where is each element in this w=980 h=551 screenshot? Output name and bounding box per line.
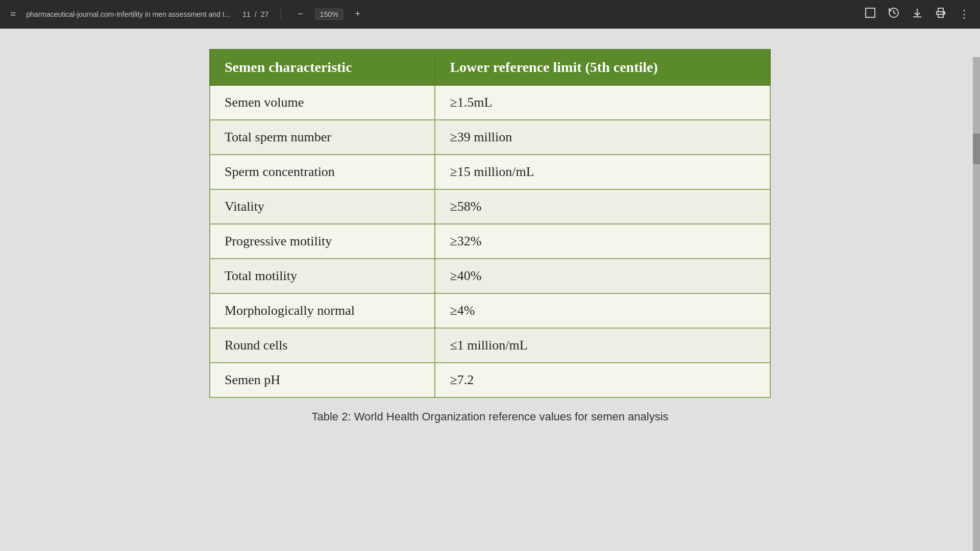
characteristic-cell: Sperm concentration	[210, 155, 435, 189]
toolbar: ≡ pharmaceutical-journal.com-Infertility…	[0, 0, 980, 29]
table-row: Progressive motility≥32%	[210, 224, 770, 259]
limit-cell: ≥32%	[435, 224, 770, 259]
scrollbar-thumb[interactable]	[973, 134, 980, 164]
column-header-characteristic: Semen characteristic	[210, 49, 435, 85]
limit-cell: ≥7.2	[435, 363, 770, 397]
characteristic-cell: Vitality	[210, 189, 435, 224]
table-row: Vitality≥58%	[210, 189, 770, 224]
limit-cell: ≥58%	[435, 189, 770, 224]
table-row: Sperm concentration≥15 million/mL	[210, 155, 770, 189]
svg-rect-3	[938, 14, 943, 17]
table-row: Total motility≥40%	[210, 259, 770, 293]
page-scrollbar[interactable]	[973, 57, 980, 551]
zoom-increase-button[interactable]: +	[351, 7, 365, 21]
characteristic-cell: Round cells	[210, 328, 435, 363]
content-area: Semen characteristic Lower reference lim…	[0, 29, 980, 551]
limit-cell: ≥40%	[435, 259, 770, 293]
page-current[interactable]: 11	[242, 10, 251, 18]
table-row: Morphologically normal≥4%	[210, 293, 770, 328]
table-wrapper: Semen characteristic Lower reference lim…	[209, 49, 771, 423]
page-total: 27	[261, 10, 269, 18]
table-row: Round cells≤1 million/mL	[210, 328, 770, 363]
limit-cell: ≥39 million	[435, 120, 770, 155]
history-button[interactable]	[886, 5, 901, 23]
characteristic-cell: Total motility	[210, 259, 435, 293]
column-header-limit: Lower reference limit (5th centile)	[435, 49, 770, 85]
more-options-button[interactable]: ⋮	[957, 6, 972, 23]
zoom-level[interactable]: 150%	[315, 9, 343, 20]
limit-cell: ≥4%	[435, 293, 770, 328]
toolbar-actions: ⋮	[863, 5, 972, 23]
zoom-decrease-button[interactable]: −	[293, 7, 307, 21]
page-navigation: 11 / 27	[242, 10, 268, 18]
limit-cell: ≥1.5mL	[435, 85, 770, 120]
page-separator: /	[255, 10, 257, 18]
characteristic-cell: Morphologically normal	[210, 293, 435, 328]
semen-analysis-table: Semen characteristic Lower reference lim…	[209, 49, 771, 398]
table-row: Semen pH≥7.2	[210, 363, 770, 397]
characteristic-cell: Semen volume	[210, 85, 435, 120]
svg-rect-0	[866, 8, 875, 17]
menu-icon[interactable]: ≡	[8, 6, 18, 22]
table-header-row: Semen characteristic Lower reference lim…	[210, 49, 770, 85]
fullscreen-button[interactable]	[863, 5, 878, 23]
characteristic-cell: Total sperm number	[210, 120, 435, 155]
download-button[interactable]	[910, 5, 925, 23]
url-bar: pharmaceutical-journal.com-Infertility i…	[26, 10, 230, 18]
table-row: Total sperm number≥39 million	[210, 120, 770, 155]
characteristic-cell: Semen pH	[210, 363, 435, 397]
divider-1	[281, 8, 281, 20]
print-button[interactable]	[933, 5, 948, 23]
table-row: Semen volume≥1.5mL	[210, 85, 770, 120]
limit-cell: ≤1 million/mL	[435, 328, 770, 363]
limit-cell: ≥15 million/mL	[435, 155, 770, 189]
characteristic-cell: Progressive motility	[210, 224, 435, 259]
svg-point-4	[943, 13, 944, 14]
table-caption: Table 2: World Health Organization refer…	[311, 410, 668, 423]
